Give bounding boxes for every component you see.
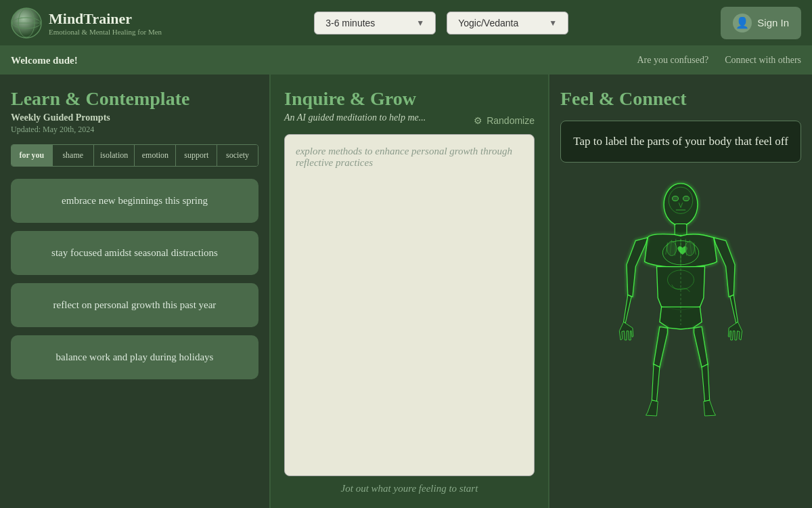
randomize-label: Randomize [487,115,535,126]
duration-chevron-icon: ▼ [416,18,424,28]
center-panel: Inquire & Grow An AI guided meditation t… [271,75,548,508]
prompt-card-2[interactable]: reflect on personal growth this past yea… [11,283,258,327]
randomize-icon: ⚙ [474,115,482,126]
prompt-tabs: for you shame isolation emotion support … [11,144,258,167]
tradition-dropdown[interactable]: Yogic/Vedanta ▼ [447,12,568,35]
app-name: MindTrainer [49,10,162,28]
prompt-text-3: balance work and play during holidays [56,352,214,362]
tradition-chevron-icon: ▼ [549,18,557,28]
nav-right: 👤 Sign In [721,7,801,39]
svg-point-6 [673,196,679,200]
left-panel: Learn & Contemplate Weekly Guided Prompt… [0,75,271,508]
duration-label: 3-6 minutes [325,18,375,28]
nav-center: 3-6 minutes ▼ Yogic/Vedanta ▼ [162,12,721,35]
sign-in-label: Sign In [757,17,789,28]
svg-point-4 [664,184,698,226]
tradition-label: Yogic/Vedanta [458,18,518,28]
welcome-links: Are you confused? Connect with others [637,55,801,66]
top-navigation: MindTrainer Emotional & Mental Healing f… [0,0,812,46]
body-label-button[interactable]: Tap to label the parts of your body that… [560,121,801,163]
logo-area: MindTrainer Emotional & Mental Healing f… [11,7,162,39]
body-illustration [560,171,801,494]
logo-text: MindTrainer Emotional & Mental Healing f… [49,10,162,36]
connect-link[interactable]: Connect with others [725,55,801,66]
left-panel-updated: Updated: May 20th, 2024 [11,125,258,135]
welcome-message: Welcome dude! [11,55,78,66]
svg-point-7 [683,196,690,200]
center-subtitle: An AI guided meditation to help me... [284,112,426,123]
jot-prompt: Jot out what youre feeling to start [284,483,535,494]
prompt-text-0: embrace new beginnings this spring [62,195,208,206]
prompt-text-1: stay focused amidst seasonal distraction… [51,247,218,258]
svg-point-18 [667,241,677,255]
prompt-card-0[interactable]: embrace new beginnings this spring [11,179,258,223]
right-panel: Feel & Connect Tap to label the parts of… [548,75,812,508]
prompt-card-1[interactable]: stay focused amidst seasonal distraction… [11,231,258,275]
prompt-text-2: reflect on personal growth this past yea… [53,299,217,310]
sign-in-button[interactable]: 👤 Sign In [721,7,801,39]
app-tagline: Emotional & Mental Healing for Men [49,28,162,36]
welcome-bar: Welcome dude! Are you confused? Connect … [0,46,812,75]
main-content: Learn & Contemplate Weekly Guided Prompt… [0,75,812,508]
right-panel-title: Feel & Connect [560,88,801,110]
tab-society[interactable]: society [217,145,258,166]
tab-support[interactable]: support [176,145,217,166]
logo-globe-icon [11,7,42,39]
meditation-input[interactable] [284,134,535,476]
body-diagram[interactable] [593,177,769,448]
prompt-card-3[interactable]: balance work and play during holidays [11,335,258,379]
user-icon: 👤 [733,14,752,33]
svg-point-19 [685,241,694,255]
tab-isolation[interactable]: isolation [94,145,135,166]
left-panel-subtitle: Weekly Guided Prompts [11,112,258,123]
randomize-button[interactable]: ⚙ Randomize [474,115,535,126]
duration-dropdown[interactable]: 3-6 minutes ▼ [314,12,436,35]
center-subtitle-row: An AI guided meditation to help me... ⚙ … [284,112,535,129]
body-label-text: Tap to label the parts of your body that… [573,135,788,148]
left-panel-title: Learn & Contemplate [11,88,258,110]
confused-link[interactable]: Are you confused? [637,55,708,66]
tab-shame[interactable]: shame [53,145,94,166]
center-panel-title: Inquire & Grow [284,88,535,110]
tab-for-you[interactable]: for you [12,145,53,166]
svg-rect-9 [675,224,687,236]
tab-emotion[interactable]: emotion [135,145,176,166]
